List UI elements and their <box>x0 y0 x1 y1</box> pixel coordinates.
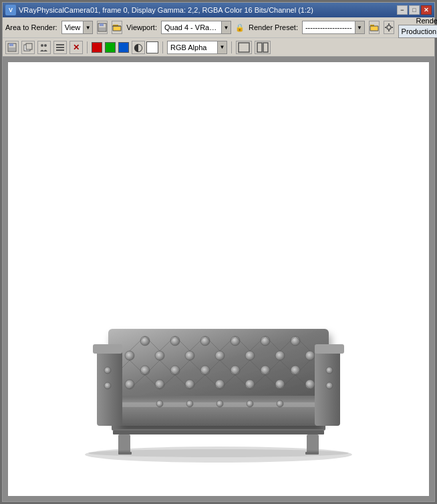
view-split-icon <box>257 42 269 53</box>
toolbar-row2: ✕ ◐ RGB Alpha ▼ <box>3 37 434 56</box>
blue-swatch[interactable] <box>118 42 129 53</box>
svg-point-36 <box>200 336 210 346</box>
svg-point-110 <box>88 449 349 457</box>
preset-settings-icon <box>384 23 394 32</box>
svg-rect-21 <box>239 43 249 52</box>
red-swatch[interactable] <box>92 42 102 53</box>
viewport-dropdown-arrow: ▼ <box>221 21 231 33</box>
preset-open-icon-btn[interactable] <box>369 21 380 34</box>
svg-point-46 <box>305 351 315 360</box>
viewport-dropdown[interactable]: Quad 4 - VRayPhy... ▼ <box>161 21 231 34</box>
preset-dropdown-arrow: ▼ <box>355 21 364 33</box>
svg-point-55 <box>185 380 194 389</box>
svg-point-103 <box>326 367 333 374</box>
svg-point-51 <box>261 366 270 375</box>
channel-dropdown[interactable]: RGB Alpha ▼ <box>167 41 227 54</box>
window-controls: − □ ✕ <box>397 5 432 15</box>
lock-icon[interactable]: 🔒 <box>235 23 245 32</box>
area-value: View <box>62 23 84 31</box>
save-render-btn[interactable] <box>5 41 19 54</box>
toolbar-area: Area to Render: View ▼ <box>3 17 434 57</box>
svg-point-41 <box>155 351 164 360</box>
mono-btn[interactable]: ◐ <box>132 41 145 54</box>
svg-rect-22 <box>257 43 262 52</box>
svg-rect-26 <box>113 430 324 434</box>
close-button[interactable]: ✕ <box>421 5 432 15</box>
save-icon-btn[interactable] <box>97 21 108 34</box>
svg-rect-18 <box>56 44 64 45</box>
svg-point-104 <box>326 382 333 389</box>
options-icon <box>55 43 65 52</box>
view-single-btn[interactable] <box>236 41 252 54</box>
app-icon: V <box>5 5 16 15</box>
svg-rect-20 <box>56 49 64 51</box>
options-btn[interactable] <box>53 41 67 54</box>
area-dropdown[interactable]: View ▼ <box>61 21 94 34</box>
save-icon <box>98 23 107 32</box>
svg-point-37 <box>231 336 240 346</box>
svg-point-109 <box>277 400 283 407</box>
persons-btn[interactable] <box>37 41 51 54</box>
svg-rect-2 <box>99 27 106 31</box>
area-dropdown-arrow: ▼ <box>83 21 92 33</box>
svg-point-38 <box>261 336 270 346</box>
render-section: Render Production ▼ <box>398 17 437 38</box>
toolbar-row1: Area to Render: View ▼ <box>3 17 434 37</box>
svg-rect-13 <box>9 47 15 51</box>
production-dropdown[interactable]: Production ▼ <box>398 25 437 38</box>
green-swatch[interactable] <box>105 42 116 53</box>
svg-point-44 <box>245 351 255 360</box>
svg-point-54 <box>155 380 164 389</box>
svg-rect-1 <box>100 23 104 26</box>
render-canvas <box>8 62 429 496</box>
render-label: Render <box>416 17 437 25</box>
svg-point-58 <box>275 380 285 389</box>
svg-point-6 <box>387 25 391 29</box>
svg-point-47 <box>140 366 150 375</box>
clone-btn[interactable] <box>21 41 35 54</box>
preset-dropdown[interactable]: ------------------- ▼ <box>302 21 365 34</box>
svg-point-52 <box>291 366 300 375</box>
separator3 <box>231 41 232 53</box>
area-label: Area to Render: <box>5 23 57 31</box>
svg-point-56 <box>215 380 225 389</box>
white-swatch[interactable] <box>146 41 158 53</box>
production-value: Production <box>399 27 437 35</box>
svg-point-17 <box>44 44 47 47</box>
maximize-button[interactable]: □ <box>409 5 420 15</box>
svg-point-106 <box>186 400 193 407</box>
couch-render <box>58 275 379 463</box>
channel-value: RGB Alpha <box>168 43 217 51</box>
svg-point-108 <box>247 400 253 407</box>
titlebar: V VRayPhysicalCamera01, frame 0, Display… <box>3 3 434 17</box>
svg-rect-102 <box>315 344 344 354</box>
separator1 <box>87 41 88 53</box>
open-icon-btn[interactable] <box>112 21 122 34</box>
channel-dropdown-arrow: ▼ <box>217 41 227 53</box>
viewport-label: Viewport: <box>126 23 157 31</box>
svg-point-45 <box>275 351 285 360</box>
close-render-btn[interactable]: ✕ <box>69 41 83 54</box>
svg-rect-8 <box>388 30 390 31</box>
separator2 <box>162 41 163 53</box>
svg-point-43 <box>215 351 225 360</box>
save-render-icon <box>7 43 17 52</box>
open-icon <box>112 23 122 32</box>
preset-settings-icon-btn[interactable] <box>384 21 394 34</box>
render-area <box>3 57 434 501</box>
svg-rect-98 <box>93 344 122 354</box>
minimize-button[interactable]: − <box>397 5 408 15</box>
svg-point-57 <box>245 380 255 389</box>
svg-point-50 <box>231 366 240 375</box>
svg-point-34 <box>140 336 150 346</box>
preset-open-icon <box>370 23 379 32</box>
svg-point-39 <box>291 336 300 346</box>
svg-rect-19 <box>56 47 64 48</box>
svg-rect-10 <box>392 27 393 28</box>
svg-point-107 <box>216 400 223 407</box>
svg-point-48 <box>170 366 180 375</box>
view-split-btn[interactable] <box>255 41 271 54</box>
viewport-value: Quad 4 - VRayPhy... <box>162 23 221 31</box>
svg-rect-23 <box>263 43 268 52</box>
main-window: V VRayPhysicalCamera01, frame 0, Display… <box>2 2 435 502</box>
